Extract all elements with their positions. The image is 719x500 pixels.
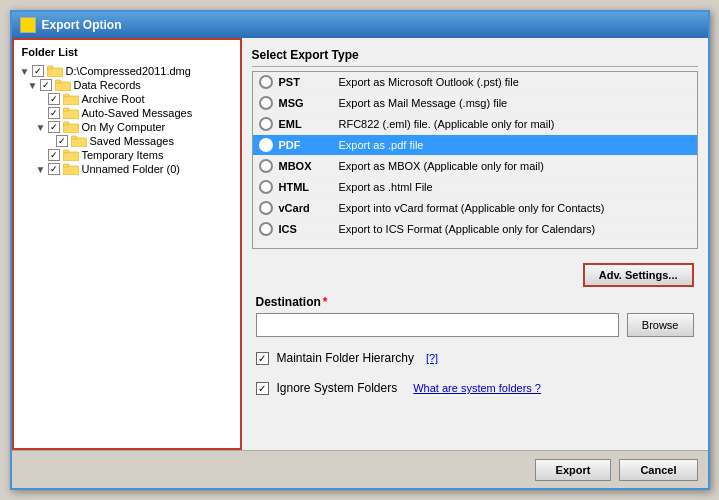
folder-icon-unnamed-folder bbox=[63, 163, 79, 175]
svg-rect-7 bbox=[63, 108, 69, 111]
folder-icon-on-my-computer bbox=[63, 121, 79, 133]
checkbox-saved-messages[interactable] bbox=[56, 135, 68, 147]
ignore-system-row: Ignore System Folders What are system fo… bbox=[256, 377, 694, 399]
checkbox-temporary-items[interactable] bbox=[48, 149, 60, 161]
folder-icon-drive bbox=[47, 65, 63, 77]
label-temporary-items: Temporary Items bbox=[82, 149, 164, 161]
required-star: * bbox=[323, 295, 328, 309]
export-row-msg[interactable]: MSG Export as Mail Message (.msg) file bbox=[253, 93, 697, 114]
tree-item-data-records[interactable]: ▼ Data Records bbox=[28, 78, 234, 92]
folder-icon-data-records bbox=[55, 79, 71, 91]
svg-rect-10 bbox=[71, 138, 87, 147]
export-row-pst[interactable]: PST Export as Microsoft Outlook (.pst) f… bbox=[253, 72, 697, 93]
export-desc-html: Export as .html File bbox=[339, 181, 691, 193]
export-row-ics[interactable]: ICS Export to ICS Format (Applicable onl… bbox=[253, 219, 697, 240]
bottom-area: Adv. Settings... Destination* Browse Mai… bbox=[252, 255, 698, 444]
checkbox-archive-root[interactable] bbox=[48, 93, 60, 105]
title-bar: Export Option bbox=[12, 12, 708, 38]
export-desc-msg: Export as Mail Message (.msg) file bbox=[339, 97, 691, 109]
svg-rect-15 bbox=[63, 164, 69, 167]
export-desc-vcard: Export into vCard format (Applicable onl… bbox=[339, 202, 691, 214]
export-row-pdf[interactable]: PDF Export as .pdf file bbox=[253, 135, 697, 156]
svg-rect-3 bbox=[55, 80, 61, 83]
radio-msg[interactable] bbox=[259, 96, 273, 110]
export-row-vcard[interactable]: vCard Export into vCard format (Applicab… bbox=[253, 198, 697, 219]
maintain-hierarchy-row: Maintain Folder Hierarchy [?] bbox=[256, 347, 694, 369]
what-are-system-link[interactable]: What are system folders ? bbox=[413, 382, 541, 394]
label-drive: D:\Compressed2011.dmg bbox=[66, 65, 191, 77]
tree-item-unnamed-folder[interactable]: ▼ Unnamed Folder (0) bbox=[36, 162, 234, 176]
expander-data-records[interactable]: ▼ bbox=[28, 80, 40, 91]
maintain-hierarchy-label: Maintain Folder Hierarchy bbox=[277, 351, 414, 365]
radio-mbox[interactable] bbox=[259, 159, 273, 173]
ignore-system-checkbox[interactable] bbox=[256, 382, 269, 395]
export-row-html[interactable]: HTML Export as .html File bbox=[253, 177, 697, 198]
destination-label: Destination* bbox=[256, 295, 694, 309]
export-type-list-wrapper: PST Export as Microsoft Outlook (.pst) f… bbox=[252, 71, 698, 249]
svg-rect-4 bbox=[63, 96, 79, 105]
destination-input[interactable] bbox=[256, 313, 619, 337]
browse-button[interactable]: Browse bbox=[627, 313, 694, 337]
svg-rect-9 bbox=[63, 122, 69, 125]
window-title: Export Option bbox=[42, 18, 122, 32]
expander-unnamed-folder[interactable]: ▼ bbox=[36, 164, 48, 175]
content-area: Folder List ▼ D:\Compressed2011.dmg bbox=[12, 38, 708, 450]
expander-archive-root: ▶ bbox=[36, 94, 48, 105]
label-auto-saved: Auto-Saved Messages bbox=[82, 107, 193, 119]
checkbox-auto-saved[interactable] bbox=[48, 107, 60, 119]
svg-rect-5 bbox=[63, 94, 69, 97]
expander-on-my-computer[interactable]: ▼ bbox=[36, 122, 48, 133]
radio-ics[interactable] bbox=[259, 222, 273, 236]
svg-rect-8 bbox=[63, 124, 79, 133]
export-type-header: Select Export Type bbox=[252, 44, 698, 67]
export-name-html: HTML bbox=[279, 181, 339, 193]
adv-settings-row: Adv. Settings... bbox=[256, 263, 694, 287]
radio-html[interactable] bbox=[259, 180, 273, 194]
expander-temporary-items: ▶ bbox=[36, 150, 48, 161]
export-desc-ics: Export to ICS Format (Applicable only fo… bbox=[339, 223, 691, 235]
tree-item-temporary-items[interactable]: ▶ Temporary Items bbox=[36, 148, 234, 162]
checkbox-on-my-computer[interactable] bbox=[48, 121, 60, 133]
label-on-my-computer: On My Computer bbox=[82, 121, 166, 133]
svg-rect-1 bbox=[47, 66, 53, 69]
checkbox-unnamed-folder[interactable] bbox=[48, 163, 60, 175]
radio-pst[interactable] bbox=[259, 75, 273, 89]
expander-auto-saved: ▶ bbox=[36, 108, 48, 119]
svg-rect-11 bbox=[71, 136, 77, 139]
checkbox-data-records[interactable] bbox=[40, 79, 52, 91]
export-desc-eml: RFC822 (.eml) file. (Applicable only for… bbox=[339, 118, 691, 130]
export-row-eml[interactable]: EML RFC822 (.eml) file. (Applicable only… bbox=[253, 114, 697, 135]
export-name-ics: ICS bbox=[279, 223, 339, 235]
footer: Export Cancel bbox=[12, 450, 708, 488]
checkbox-drive[interactable] bbox=[32, 65, 44, 77]
ignore-system-label: Ignore System Folders bbox=[277, 381, 398, 395]
export-button[interactable]: Export bbox=[535, 459, 612, 481]
maintain-hierarchy-checkbox[interactable] bbox=[256, 352, 269, 365]
window-icon bbox=[20, 17, 36, 33]
tree-item-saved-messages[interactable]: ▶ Saved Messages bbox=[44, 134, 234, 148]
expander-drive[interactable]: ▼ bbox=[20, 66, 32, 77]
radio-pdf[interactable] bbox=[259, 138, 273, 152]
maintain-hierarchy-help[interactable]: [?] bbox=[426, 352, 438, 364]
export-desc-mbox: Export as MBOX (Applicable only for mail… bbox=[339, 160, 691, 172]
tree-item-auto-saved[interactable]: ▶ Auto-Saved Messages bbox=[36, 106, 234, 120]
export-name-eml: EML bbox=[279, 118, 339, 130]
tree-item-archive-root[interactable]: ▶ Archive Root bbox=[36, 92, 234, 106]
export-row-mbox[interactable]: MBOX Export as MBOX (Applicable only for… bbox=[253, 156, 697, 177]
left-panel: Folder List ▼ D:\Compressed2011.dmg bbox=[12, 38, 242, 450]
folder-icon-temporary-items bbox=[63, 149, 79, 161]
tree-item-drive[interactable]: ▼ D:\Compressed2011.dmg bbox=[20, 64, 234, 78]
export-name-vcard: vCard bbox=[279, 202, 339, 214]
export-desc-pdf: Export as .pdf file bbox=[339, 139, 691, 151]
right-panel: Select Export Type PST Export as Microso… bbox=[242, 38, 708, 450]
folder-icon-archive-root bbox=[63, 93, 79, 105]
export-name-pst: PST bbox=[279, 76, 339, 88]
export-name-pdf: PDF bbox=[279, 139, 339, 151]
destination-row: Browse bbox=[256, 313, 694, 337]
radio-eml[interactable] bbox=[259, 117, 273, 131]
cancel-button[interactable]: Cancel bbox=[619, 459, 697, 481]
radio-vcard[interactable] bbox=[259, 201, 273, 215]
tree-item-on-my-computer[interactable]: ▼ On My Computer bbox=[36, 120, 234, 134]
adv-settings-button[interactable]: Adv. Settings... bbox=[583, 263, 694, 287]
export-type-list: PST Export as Microsoft Outlook (.pst) f… bbox=[253, 72, 697, 250]
